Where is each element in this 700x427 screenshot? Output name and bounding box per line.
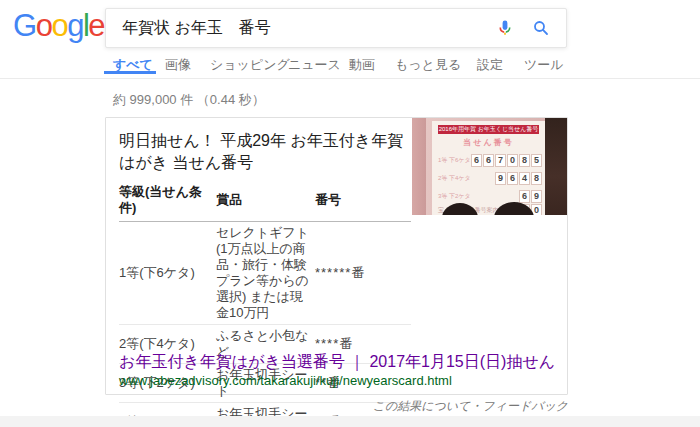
photo-wall-left [412,118,426,215]
photo-row-label: 3等 下2ケタ [438,192,471,201]
photo-row-label: 1等 下6ケタ [438,156,471,165]
google-logo[interactable]: Google [13,8,104,44]
table-row: 1等(下6ケタ) セレクトギフト(1万点以上の商品・旅行・体験プラン等からの選択… [119,222,411,325]
digit-tile: 6 [507,172,518,185]
result-url: www.jabezadvisory.com/takarakuji/kuji/ne… [119,373,452,388]
digit-tile: 5 [531,154,542,167]
photo-wall-right [545,118,567,215]
cell-grade: 2等(下4ケタ) [119,336,216,352]
photo-number-row: 2等 下4ケタ 9 6 4 8 [432,172,545,185]
digit-tile: 6 [483,154,494,167]
featured-snippet-card: 明日抽せん！ 平成29年 お年玉付き年賀はがき 当せん番号 2016年用年賀 お… [105,117,568,395]
photo-banner-text: 2016年用年賀 お年玉くじ当せん番号 [438,125,539,134]
photo-number-row: 3等 下2ケタ 6 9 [432,190,545,203]
snippet-title: 明日抽せん！ 平成29年 お年玉付き年賀はがき 当せん番号 [119,130,419,174]
result-link[interactable]: お年玉付き年賀はがき当選番号 ｜ 2017年1月15日(日)抽せん [119,352,555,373]
digit-tile: 4 [519,172,530,185]
search-box[interactable]: 年賀状 お年玉 番号 [105,8,567,48]
table-header-row: 等級(当せん条件) 賞品 番号 [119,182,411,222]
result-thumbnail-image[interactable]: 2016年用年賀 お年玉くじ当せん番号 当せん番号 1等 下6ケタ 6 6 7 … [412,118,567,215]
google-results-page: Google 年賀状 お年玉 番号 すべて 画像 ショッピング ニュース 動画 … [0,0,700,427]
about-this-result-link[interactable]: この結果について [373,399,471,413]
cell-prize: セレクトギフト(1万点以上の商品・旅行・体験プラン等からの選択) または現金10… [216,225,311,321]
search-input[interactable]: 年賀状 お年玉 番号 [122,9,271,47]
digit-tile: 6 [471,154,482,167]
tab-images[interactable]: 画像 [165,56,191,74]
active-tab-underline [104,71,156,74]
logo-letter: G [13,8,36,43]
digit-tile: 6 [519,190,530,203]
digit-tile: 9 [531,190,542,203]
digit-tile: 0 [507,154,518,167]
photo-number-row: 1等 下6ケタ 6 6 7 0 8 5 [432,154,545,167]
footer-separator: ・ [470,399,482,413]
header-divider [0,78,700,79]
tab-videos[interactable]: 動画 [349,56,375,74]
photo-row-label: 2等 下4ケタ [438,174,471,183]
header-number: 番号 [311,192,411,208]
mic-icon[interactable] [496,19,514,37]
tab-news[interactable]: ニュース [288,56,341,74]
tab-shopping[interactable]: ショッピング [210,56,290,74]
digit-tile: 8 [531,172,542,185]
header-grade: 等級(当せん条件) [119,184,216,216]
digit-tile: 7 [495,154,506,167]
cell-grade: 1等(下6ケタ) [119,265,216,281]
header-prize: 賞品 [216,192,311,208]
logo-letter: g [67,8,83,43]
tab-more[interactable]: もっと見る [395,56,461,74]
photo-subtitle: 当せん番号 [432,137,545,148]
next-section-band [0,416,700,427]
logo-letter: o [51,8,67,43]
search-icon[interactable] [532,19,550,37]
prize-table: 等級(当せん条件) 賞品 番号 1等(下6ケタ) セレクトギフト(1万点以上の商… [119,182,411,427]
cell-number: ****番 [311,336,411,352]
result-stats: 約 999,000 件 （0.44 秒） [113,91,265,109]
logo-letter: e [88,8,104,43]
logo-letter: o [36,8,52,43]
snippet-footer: この結果について・フィードバック [373,398,568,415]
digit-tile: 8 [519,154,530,167]
cell-number: ******番 [311,265,411,281]
digit-tile: 9 [495,172,506,185]
tab-tools[interactable]: ツール [524,56,564,74]
feedback-link[interactable]: フィードバック [482,399,568,413]
tab-settings[interactable]: 設定 [477,56,503,74]
photo-board: 2016年用年賀 お年玉くじ当せん番号 当せん番号 1等 下6ケタ 6 6 7 … [432,121,545,215]
